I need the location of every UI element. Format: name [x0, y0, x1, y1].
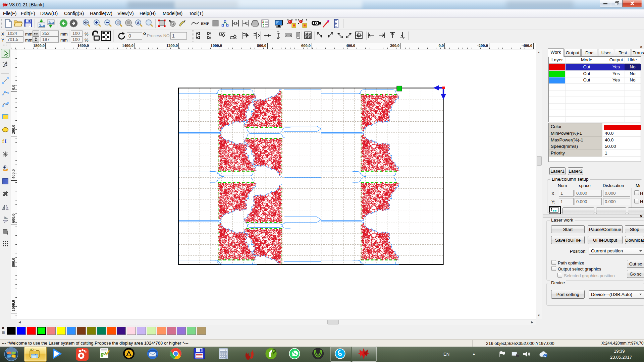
svg-text:A: A: [137, 21, 140, 25]
svg-text:8: 8: [225, 349, 226, 351]
svg-text:BMP: BMP: [201, 21, 209, 25]
svg-text:I: I: [5, 139, 6, 144]
svg-text:f: f: [2, 139, 4, 144]
